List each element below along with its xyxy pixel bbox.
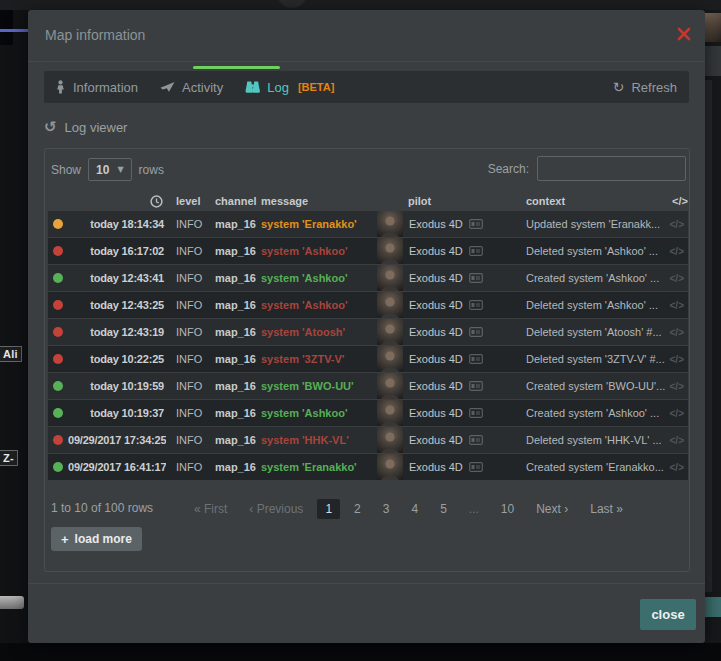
log-context: Created system 'Ashkoo' ... <box>524 272 666 284</box>
log-channel: map_16 <box>213 353 260 365</box>
show-label: Show <box>51 163 81 177</box>
close-button[interactable]: close <box>640 599 696 630</box>
code-icon: </> <box>666 195 692 207</box>
header-message[interactable]: message <box>260 195 377 207</box>
pagination-previous[interactable]: ‹ Previous <box>241 499 311 519</box>
pagination-page-3[interactable]: 3 <box>375 499 398 519</box>
chevron-down-icon: ▼ <box>117 165 123 174</box>
log-message: system 'HHK-VL' <box>260 434 377 446</box>
pagination: 1 to 10 of 100 rows « First ‹ Previous 1… <box>45 497 689 521</box>
row-code-icon[interactable]: </> <box>666 435 688 446</box>
log-context: Created system 'Ashkoo' ... <box>524 407 666 419</box>
pilot-avatar <box>377 400 403 426</box>
pagination-first[interactable]: « First <box>186 499 235 519</box>
status-dot <box>53 273 63 283</box>
row-code-icon[interactable]: </> <box>666 462 688 473</box>
id-card-icon <box>469 381 483 391</box>
refresh-button[interactable]: ↻ Refresh <box>601 79 689 95</box>
row-code-icon[interactable]: </> <box>666 381 688 392</box>
log-channel: map_16 <box>213 434 260 446</box>
status-dot <box>53 435 63 445</box>
refresh-label: Refresh <box>631 80 677 95</box>
log-level: INFO <box>166 353 213 365</box>
map-information-dialog: Map information Information Activity Log… <box>28 10 705 643</box>
log-level: INFO <box>166 218 213 230</box>
row-code-icon[interactable]: </> <box>666 273 688 284</box>
pagination-next[interactable]: Next › <box>528 499 576 519</box>
row-code-icon[interactable]: </> <box>666 354 688 365</box>
log-pilot: Exodus 4D <box>377 319 524 345</box>
pagination-last[interactable]: Last » <box>582 499 631 519</box>
dialog-title: Map information <box>45 27 145 43</box>
log-channel: map_16 <box>213 245 260 257</box>
row-code-icon[interactable]: </> <box>666 246 688 257</box>
load-more-button[interactable]: + load more <box>51 527 142 551</box>
log-time: today 10:22:25 <box>68 353 166 365</box>
log-channel: map_16 <box>213 326 260 338</box>
table-row: 09/29/2017 16:41:17 INFO map_16 system '… <box>48 454 688 480</box>
pilot-name: Exodus 4D <box>409 434 463 446</box>
row-code-icon[interactable]: </> <box>666 300 688 311</box>
log-pilot: Exodus 4D <box>377 373 524 399</box>
log-viewer-title: Log viewer <box>65 120 128 135</box>
background-panel-fragment <box>705 46 721 76</box>
street-view-person-icon <box>55 80 66 94</box>
log-channel: map_16 <box>213 218 260 230</box>
pilot-avatar <box>377 238 403 264</box>
table-row: today 12:43:25 INFO map_16 system 'Ashko… <box>48 292 688 318</box>
status-dot <box>53 354 63 364</box>
log-level: INFO <box>166 407 213 419</box>
pilot-name: Exodus 4D <box>409 272 463 284</box>
pagination-page-5[interactable]: 5 <box>432 499 455 519</box>
status-dot <box>53 246 63 256</box>
log-context: Created system 'Eranakko... <box>524 461 666 473</box>
background-top-strip <box>0 0 721 10</box>
log-message: system 'Ashkoo' <box>260 299 377 311</box>
id-card-icon <box>469 408 483 418</box>
row-code-icon[interactable]: </> <box>666 408 688 419</box>
close-icon[interactable] <box>677 27 691 41</box>
pilot-avatar <box>377 454 403 480</box>
log-time: today 10:19:37 <box>68 407 166 419</box>
header-level[interactable]: level <box>166 195 213 207</box>
header-channel[interactable]: channel <box>213 195 260 207</box>
pilot-avatar <box>377 427 403 453</box>
pilot-name: Exodus 4D <box>409 218 463 230</box>
tab-log[interactable]: Log [BETA] <box>234 71 345 103</box>
log-message: system 'Ashkoo' <box>260 272 377 284</box>
table-row: today 10:19:59 INFO map_16 system 'BWO-U… <box>48 373 688 399</box>
background-bottom-strip <box>0 643 721 661</box>
active-tab-indicator <box>193 66 280 69</box>
pagination-page-4[interactable]: 4 <box>403 499 426 519</box>
background-dark-fragment <box>0 10 13 45</box>
log-time: today 18:14:34 <box>68 218 166 230</box>
pilot-avatar <box>377 346 403 372</box>
header-pilot[interactable]: pilot <box>377 195 524 207</box>
binoculars-icon <box>245 81 260 94</box>
pagination-page-1[interactable]: 1 <box>317 499 340 519</box>
log-message: system 'Eranakko' <box>260 461 377 473</box>
tab-activity[interactable]: Activity <box>149 71 234 103</box>
search-input[interactable] <box>537 156 686 181</box>
status-dot <box>53 408 63 418</box>
log-viewer-heading: ↺ Log viewer <box>44 118 127 136</box>
pagination-page-10[interactable]: 10 <box>493 499 522 519</box>
clock-icon <box>150 195 163 208</box>
header-context[interactable]: context <box>524 195 666 207</box>
table-row: 09/29/2017 17:34:25 INFO map_16 system '… <box>48 427 688 453</box>
pagination-page-2[interactable]: 2 <box>346 499 369 519</box>
row-code-icon[interactable]: </> <box>666 327 688 338</box>
tab-information[interactable]: Information <box>44 71 149 103</box>
log-time: today 16:17:02 <box>68 245 166 257</box>
table-row: today 10:19:37 INFO map_16 system 'Ashko… <box>48 400 688 426</box>
page-size-select[interactable]: 10 ▼ <box>88 158 132 181</box>
rows-label: rows <box>139 163 164 177</box>
header-time[interactable] <box>68 195 166 208</box>
log-message: system 'Ashkoo' <box>260 407 377 419</box>
id-card-icon <box>469 300 483 310</box>
log-message: system 'Atoosh' <box>260 326 377 338</box>
row-code-icon[interactable]: </> <box>666 219 688 230</box>
log-pilot: Exodus 4D <box>377 454 524 480</box>
id-card-icon <box>469 219 483 229</box>
log-message: system '3ZTV-V' <box>260 353 377 365</box>
